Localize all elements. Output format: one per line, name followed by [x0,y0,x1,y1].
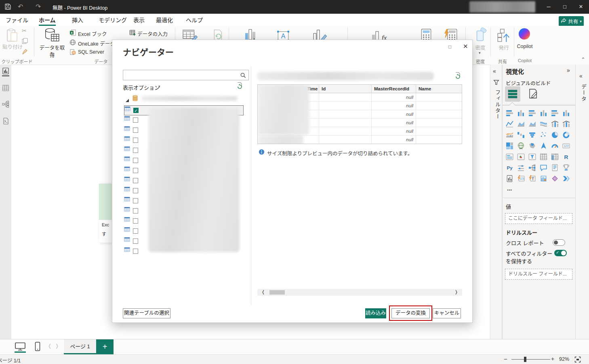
enter-data-button[interactable]: データの入力 [137,30,168,38]
zoom-in-icon[interactable]: + [551,356,554,362]
visual-line-and-stacked-column-chart-icon[interactable] [551,120,561,130]
more-visuals-button[interactable]: ... [507,185,512,192]
select-related-tables-button[interactable]: 関連テーブルの選択 [123,308,170,318]
visual-decomposition-tree-icon[interactable] [528,163,539,174]
dialog-minimize-icon[interactable]: □ [448,44,451,50]
prev-page-icon[interactable]: ❬ [48,343,52,349]
save-icon[interactable] [4,3,11,12]
visual-matrix-icon[interactable] [551,153,561,163]
paste-button[interactable] [6,28,18,44]
menu-item-file[interactable]: ファイル [6,16,28,25]
visual-filled-map-icon[interactable] [528,142,539,152]
zoom-out-icon[interactable]: − [504,356,507,362]
visual-funnel-chart-icon[interactable] [528,131,539,141]
visual-100-stacked-bar-chart-icon[interactable] [551,109,561,119]
search-input[interactable] [123,70,249,80]
visual-slicer-new-icon[interactable] [528,174,539,184]
table-checkbox[interactable] [133,178,138,183]
table-checkbox[interactable] [133,148,138,153]
visual-donut-chart-icon[interactable] [562,131,572,141]
visual-paginated-report-icon[interactable] [505,174,516,184]
visual-100-stacked-column-chart-icon[interactable] [562,109,572,119]
redo-icon[interactable]: ↷ [36,3,41,10]
table-checkbox[interactable] [133,158,138,163]
visual-stacked-column-chart-icon[interactable] [517,109,527,119]
visual-smart-narrative-icon[interactable] [551,163,561,174]
table-checkbox[interactable] [133,138,138,143]
visual-arcgis-maps-icon[interactable] [539,174,550,184]
table-checkbox[interactable] [133,188,138,193]
model-view-icon[interactable] [2,100,10,110]
visual-pie-chart-icon[interactable] [551,131,561,141]
scroll-left-icon[interactable]: ❬ [261,289,265,295]
visual-line-chart-icon[interactable] [505,120,516,130]
menu-item-insert[interactable]: 挿入 [72,16,83,25]
visual-metrics-icon[interactable] [562,163,572,174]
visual-azure-map-icon[interactable] [539,142,550,152]
visual-clustered-column-chart-icon[interactable] [539,109,550,119]
database-name-redacted[interactable] [141,96,238,101]
keep-all-filters-toggle[interactable]: ✓ [554,250,567,256]
data-pane-label[interactable]: データ [580,84,587,102]
display-options-dropdown[interactable]: 表示オプション [123,84,160,91]
visual-combo-chart-icon[interactable] [505,131,516,141]
scroll-right-icon[interactable]: ❭ [454,289,458,295]
values-field-well[interactable]: ここにデータ フィールド... [505,213,572,224]
refresh-preview-icon[interactable] [454,72,461,81]
copilot-label[interactable]: Copilot [515,44,534,49]
close-button[interactable]: ✕ [573,0,589,14]
expand-data-icon[interactable]: « [579,73,583,79]
onelake-icon[interactable] [69,39,76,47]
visual-multi-row-card-icon[interactable] [505,153,516,163]
visual-clustered-bar-chart-icon[interactable] [528,109,539,119]
copilot-icon[interactable] [519,28,530,40]
visual-treemap-icon[interactable] [505,142,516,152]
collapse-ribbon-icon[interactable]: ⌃ [581,56,585,63]
visual-scatter-chart-icon[interactable] [539,131,550,141]
visual-slicer-icon[interactable] [528,153,539,163]
zoom-slider-thumb[interactable] [524,357,526,362]
share-button[interactable]: 共有 ▾ [559,16,584,26]
new-page-button[interactable]: + [96,339,114,355]
table-checkbox[interactable] [133,168,138,173]
tree-expand-icon[interactable] [125,97,129,104]
load-button[interactable]: 読み込み [365,308,386,318]
sensitivity-icon[interactable] [473,27,489,44]
visual-map-icon[interactable] [517,142,527,152]
table-checkbox[interactable] [133,218,138,224]
visual-qa-visual-icon[interactable] [539,163,550,174]
table-checkbox[interactable] [133,238,138,244]
visual-ribbon-chart-icon[interactable] [539,120,550,130]
menu-item-optimize[interactable]: 最適化 [156,16,173,25]
visual-table-icon[interactable] [539,153,550,163]
format-painter-icon[interactable] [22,48,28,56]
copy-icon[interactable] [22,38,28,46]
cut-icon[interactable]: ✂ [22,27,27,34]
visual-card-new-icon[interactable]: 123 [517,174,527,184]
cancel-button[interactable]: キャンセル [433,308,461,318]
splash-card[interactable]: Exc す [99,184,113,243]
desktop-layout-icon[interactable] [15,342,26,353]
table-checkbox[interactable] [133,228,138,234]
get-data-icon[interactable] [44,27,61,45]
preview-horizontal-scrollbar[interactable]: ❬ ❭ [257,289,462,296]
menu-item-help[interactable]: ヘルプ [186,16,203,25]
filters-pane-label[interactable]: フィルター [494,90,501,120]
visual-card-icon[interactable]: 123 [562,142,572,152]
table-checkbox[interactable] [133,117,138,123]
table-view-icon[interactable] [2,84,10,94]
cross-report-toggle[interactable] [553,239,565,246]
visual-power-apps-icon[interactable] [551,174,561,184]
refresh-tree-icon[interactable] [236,82,243,91]
excel-workbook-icon[interactable]: X [69,29,76,38]
visual-kpi-icon[interactable] [517,153,527,163]
visual-key-influencers-icon[interactable] [517,163,527,174]
visual-power-automate-icon[interactable] [562,174,572,184]
onelake-button[interactable]: OneLake データ [78,40,115,47]
sql-server-icon[interactable] [69,49,76,57]
page-tab[interactable]: ページ 1 [64,339,96,355]
zoom-slider-track[interactable] [511,359,550,360]
menu-item-home[interactable]: ホーム [39,16,56,26]
table-checkbox[interactable] [133,249,138,254]
visual-stacked-bar-chart-icon[interactable] [505,109,516,119]
